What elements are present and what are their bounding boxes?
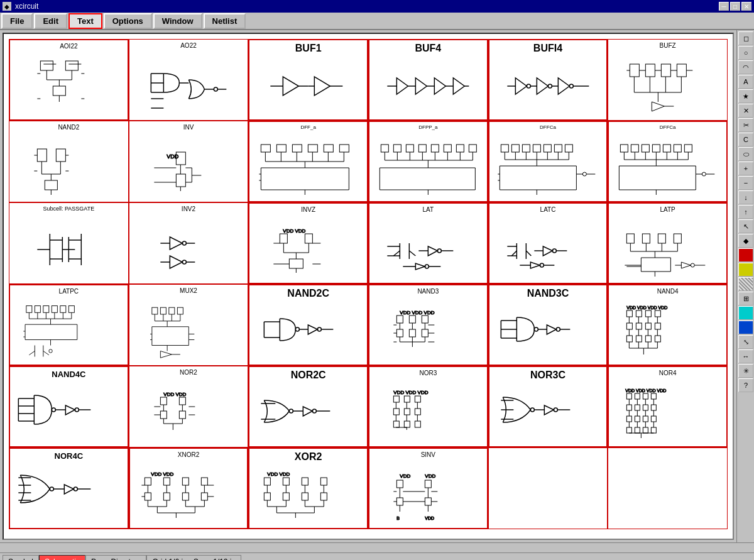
resize-button[interactable]: ⤡	[738, 335, 753, 349]
component-cell-buf4[interactable]: BUF4	[368, 39, 488, 121]
component-cell-nor2c[interactable]: NOR2C	[248, 366, 368, 447]
component-cell-nor3c[interactable]: NOR3C	[488, 366, 608, 447]
component-cell-nor4[interactable]: NOR4 VDD VDD VDD VDD	[608, 366, 728, 447]
status-symbol[interactable]: Symbol	[3, 555, 39, 561]
svg-rect-92	[293, 145, 302, 152]
menu-options[interactable]: Options	[104, 13, 152, 29]
svg-text:B: B	[396, 516, 400, 520]
minus-tool-button[interactable]: −	[738, 176, 753, 190]
svg-rect-353	[637, 310, 642, 317]
minimize-button[interactable]: ─	[719, 2, 729, 11]
status-page-directory[interactable]: Page Directory	[85, 555, 146, 561]
svg-marker-41	[515, 78, 527, 94]
menu-edit[interactable]: Edit	[34, 13, 67, 29]
svg-rect-112	[393, 145, 401, 152]
component-cell-sinv[interactable]: SINV VDD VDD	[368, 447, 488, 529]
svg-rect-134	[501, 145, 508, 152]
arrow-up-button[interactable]: ↑	[738, 205, 753, 219]
cyan-button[interactable]	[738, 306, 753, 320]
svg-rect-414	[415, 396, 420, 402]
svg-rect-291	[160, 307, 166, 314]
blue-button[interactable]	[738, 321, 753, 334]
diamond-button[interactable]: ◆	[738, 234, 753, 248]
component-cell-nand3[interactable]: NAND3 VDD VDD VDD	[368, 284, 488, 366]
component-cell-latp[interactable]: LATP	[608, 202, 728, 284]
label-nor4c: NOR4C	[55, 451, 84, 461]
maximize-button[interactable]: □	[730, 2, 740, 11]
component-cell-nor2[interactable]: NOR2 VDD VDD	[129, 366, 249, 447]
component-cell-nand2[interactable]: NAND2	[9, 121, 129, 202]
cross-tool-button[interactable]: ✕	[738, 104, 753, 118]
component-cell-buf1[interactable]: BUF1	[248, 39, 368, 121]
component-cell-bufz[interactable]: BUFZ	[608, 39, 728, 121]
arrow-down-button[interactable]: ↓	[738, 190, 753, 204]
svg-rect-115	[431, 145, 439, 152]
striped-button[interactable]	[738, 277, 753, 291]
component-cell-latc[interactable]: LATC	[488, 202, 608, 284]
svg-line-219	[393, 251, 400, 256]
svg-rect-90	[261, 145, 271, 152]
component-cell-ao22[interactable]: AO22	[129, 39, 249, 121]
close-button[interactable]: ✕	[741, 2, 751, 11]
component-cell-inv[interactable]: INV VDD	[129, 121, 249, 202]
circle-tool-button[interactable]: ○	[738, 46, 753, 60]
component-cell-xnor2[interactable]: XNOR2 VDD VDD	[129, 447, 249, 529]
help-button[interactable]: ?	[738, 378, 753, 392]
plus-tool-button[interactable]: +	[738, 162, 753, 175]
component-cell-latpc[interactable]: LATPC	[9, 284, 129, 366]
oval-tool-button[interactable]: ⬭	[738, 147, 753, 161]
component-cell-inv2[interactable]: INV2	[129, 202, 249, 284]
svg-rect-135	[511, 145, 519, 152]
grid-button[interactable]: ⊞	[738, 292, 753, 305]
menu-window[interactable]: Window	[153, 13, 202, 29]
component-cell-nand4c[interactable]: NAND4C	[9, 366, 129, 447]
component-cell-nand4[interactable]: NAND4 VDD VDD VDD VDD	[608, 284, 728, 366]
component-cell-nor3[interactable]: NOR3 VDD VDD VDD	[368, 366, 488, 447]
asterisk-button[interactable]: ✳	[738, 364, 753, 378]
component-cell-lat[interactable]: LAT	[368, 202, 488, 284]
status-bar: Symbol Schematic Page Directory Grid 1/6…	[0, 552, 754, 560]
component-cell-dff-a[interactable]: DFF_a	[248, 121, 368, 202]
svg-rect-412	[393, 396, 399, 402]
component-cell-mux2[interactable]: MUX2	[129, 284, 249, 366]
svg-rect-361	[637, 323, 642, 329]
menu-netlist[interactable]: Netlist	[204, 13, 246, 29]
component-cell-invz[interactable]: INVZ VDD VDD	[248, 202, 368, 284]
red-color-button[interactable]	[738, 248, 753, 262]
component-cell-xor2[interactable]: XOR2 VDD VDD	[248, 447, 368, 529]
component-cell-bufi4[interactable]: BUFI4	[488, 39, 608, 121]
canvas-area[interactable]: AOI22	[3, 33, 734, 540]
label-nor3c: NOR3C	[530, 370, 566, 381]
component-cell-dffc-a2[interactable]: DFFCa	[608, 121, 728, 202]
curve-c-button[interactable]: C	[738, 133, 753, 146]
pointer-button[interactable]: ↖	[738, 219, 753, 233]
svg-rect-481	[201, 478, 207, 485]
component-cell-dfpp-a[interactable]: DFPP_a	[368, 121, 488, 202]
status-schematic[interactable]: Schematic	[39, 555, 85, 561]
component-cell-aoi22[interactable]: AOI22	[9, 39, 129, 121]
menu-file[interactable]: File	[1, 13, 33, 29]
star-tool-button[interactable]: ★	[738, 89, 753, 103]
flip-button[interactable]: ↔	[738, 349, 753, 363]
arc-tool-button[interactable]: ◠	[738, 60, 753, 74]
yellow-color-button[interactable]	[738, 263, 753, 277]
svg-rect-160	[621, 145, 628, 152]
label-invz: INVZ	[301, 206, 315, 213]
component-cell-nand3c[interactable]: NAND3C	[488, 284, 608, 366]
svg-rect-486	[145, 493, 151, 500]
menu-text[interactable]: Text	[68, 13, 102, 29]
component-cell-nand2c[interactable]: NAND2C	[248, 284, 368, 366]
label-inv2: INV2	[182, 206, 195, 212]
horizontal-scrollbar[interactable]	[0, 542, 754, 552]
svg-rect-371	[655, 336, 661, 342]
component-grid: AOI22	[4, 34, 733, 534]
component-cell-nor4c[interactable]: NOR4C	[9, 447, 129, 529]
svg-rect-322	[409, 316, 415, 323]
component-cell-dffc-a[interactable]: DFFCa	[488, 121, 608, 202]
svg-rect-394	[160, 411, 167, 419]
scissors-tool-button[interactable]: ✂	[738, 118, 753, 132]
component-cell-passgate[interactable]: Subcell: PASSGATE	[9, 202, 129, 284]
svg-line-220	[409, 251, 415, 256]
select-rect-button[interactable]: ◻	[738, 31, 753, 45]
text-tool-button[interactable]: A	[738, 75, 753, 89]
